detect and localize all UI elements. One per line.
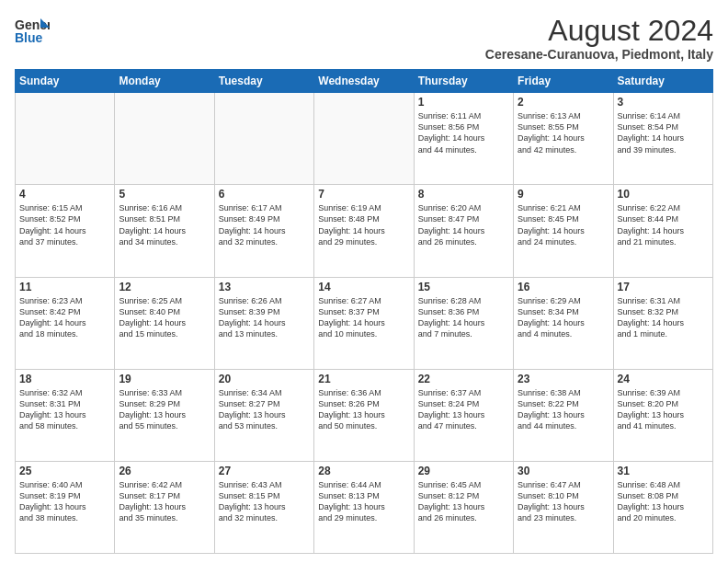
calendar-day-cell: 30Sunrise: 6:47 AM Sunset: 8:10 PM Dayli… xyxy=(514,461,613,553)
title-block: August 2024 Ceresane-Curanuova, Piedmont… xyxy=(485,15,713,62)
day-number: 16 xyxy=(518,281,609,293)
day-number: 26 xyxy=(119,465,210,477)
day-info: Sunrise: 6:39 AM Sunset: 8:20 PM Dayligh… xyxy=(618,387,709,432)
day-info: Sunrise: 6:44 AM Sunset: 8:13 PM Dayligh… xyxy=(318,479,409,524)
day-number: 4 xyxy=(19,188,110,201)
day-number: 13 xyxy=(219,281,310,293)
day-number: 31 xyxy=(618,465,709,477)
day-number: 27 xyxy=(219,465,310,477)
day-number: 6 xyxy=(219,188,310,201)
day-number: 14 xyxy=(318,281,409,293)
calendar-day-cell: 17Sunrise: 6:31 AM Sunset: 8:32 PM Dayli… xyxy=(613,277,712,369)
calendar-week-row: 11Sunrise: 6:23 AM Sunset: 8:42 PM Dayli… xyxy=(16,277,713,369)
calendar-day-cell: 19Sunrise: 6:33 AM Sunset: 8:29 PM Dayli… xyxy=(115,369,214,461)
calendar-day-header: Sunday xyxy=(16,70,115,93)
calendar-day-cell: 23Sunrise: 6:38 AM Sunset: 8:22 PM Dayli… xyxy=(514,369,613,461)
calendar-day-header: Wednesday xyxy=(314,70,414,93)
svg-text:Blue: Blue xyxy=(15,30,43,45)
day-number: 8 xyxy=(418,188,509,201)
day-info: Sunrise: 6:21 AM Sunset: 8:45 PM Dayligh… xyxy=(518,202,609,247)
day-info: Sunrise: 6:28 AM Sunset: 8:36 PM Dayligh… xyxy=(418,295,509,340)
calendar-day-header: Tuesday xyxy=(214,70,313,93)
calendar-day-cell: 13Sunrise: 6:26 AM Sunset: 8:39 PM Dayli… xyxy=(214,277,313,369)
calendar-day-cell: 11Sunrise: 6:23 AM Sunset: 8:42 PM Dayli… xyxy=(16,277,115,369)
header: GeneralBlue August 2024 Ceresane-Curanuo… xyxy=(15,15,713,62)
day-info: Sunrise: 6:13 AM Sunset: 8:55 PM Dayligh… xyxy=(518,110,609,155)
calendar-day-cell: 21Sunrise: 6:36 AM Sunset: 8:26 PM Dayli… xyxy=(314,369,414,461)
calendar-day-cell: 16Sunrise: 6:29 AM Sunset: 8:34 PM Dayli… xyxy=(514,277,613,369)
day-info: Sunrise: 6:25 AM Sunset: 8:40 PM Dayligh… xyxy=(119,295,210,340)
main-title: August 2024 xyxy=(485,15,713,47)
day-number: 28 xyxy=(318,465,409,477)
day-info: Sunrise: 6:40 AM Sunset: 8:19 PM Dayligh… xyxy=(19,479,110,524)
day-info: Sunrise: 6:14 AM Sunset: 8:54 PM Dayligh… xyxy=(618,110,709,155)
calendar-day-cell: 14Sunrise: 6:27 AM Sunset: 8:37 PM Dayli… xyxy=(314,277,414,369)
calendar-day-cell: 22Sunrise: 6:37 AM Sunset: 8:24 PM Dayli… xyxy=(414,369,513,461)
day-info: Sunrise: 6:37 AM Sunset: 8:24 PM Dayligh… xyxy=(418,387,509,432)
day-number: 24 xyxy=(618,373,709,385)
day-info: Sunrise: 6:15 AM Sunset: 8:52 PM Dayligh… xyxy=(19,202,110,247)
day-info: Sunrise: 6:43 AM Sunset: 8:15 PM Dayligh… xyxy=(219,479,310,524)
day-info: Sunrise: 6:20 AM Sunset: 8:47 PM Dayligh… xyxy=(418,202,509,247)
calendar-week-row: 25Sunrise: 6:40 AM Sunset: 8:19 PM Dayli… xyxy=(16,461,713,553)
calendar-day-cell: 1Sunrise: 6:11 AM Sunset: 8:56 PM Daylig… xyxy=(414,93,513,185)
calendar-week-row: 18Sunrise: 6:32 AM Sunset: 8:31 PM Dayli… xyxy=(16,369,713,461)
day-info: Sunrise: 6:16 AM Sunset: 8:51 PM Dayligh… xyxy=(119,202,210,247)
calendar-week-row: 4Sunrise: 6:15 AM Sunset: 8:52 PM Daylig… xyxy=(16,185,713,277)
day-number: 7 xyxy=(318,188,409,201)
day-number: 12 xyxy=(119,281,210,293)
calendar-day-cell: 4Sunrise: 6:15 AM Sunset: 8:52 PM Daylig… xyxy=(16,185,115,277)
day-number: 17 xyxy=(618,281,709,293)
day-number: 18 xyxy=(19,373,110,385)
calendar-day-cell: 29Sunrise: 6:45 AM Sunset: 8:12 PM Dayli… xyxy=(414,461,513,553)
day-number: 15 xyxy=(418,281,509,293)
calendar-day-header: Friday xyxy=(514,70,613,93)
day-info: Sunrise: 6:34 AM Sunset: 8:27 PM Dayligh… xyxy=(219,387,310,432)
day-info: Sunrise: 6:19 AM Sunset: 8:48 PM Dayligh… xyxy=(318,202,409,247)
day-number: 5 xyxy=(119,188,210,201)
calendar-week-row: 1Sunrise: 6:11 AM Sunset: 8:56 PM Daylig… xyxy=(16,93,713,185)
day-info: Sunrise: 6:33 AM Sunset: 8:29 PM Dayligh… xyxy=(119,387,210,432)
day-info: Sunrise: 6:23 AM Sunset: 8:42 PM Dayligh… xyxy=(19,295,110,340)
logo: GeneralBlue xyxy=(15,15,50,50)
day-number: 29 xyxy=(418,465,509,477)
day-number: 20 xyxy=(219,373,310,385)
day-info: Sunrise: 6:38 AM Sunset: 8:22 PM Dayligh… xyxy=(518,387,609,432)
day-info: Sunrise: 6:42 AM Sunset: 8:17 PM Dayligh… xyxy=(119,479,210,524)
day-info: Sunrise: 6:36 AM Sunset: 8:26 PM Dayligh… xyxy=(318,387,409,432)
day-info: Sunrise: 6:26 AM Sunset: 8:39 PM Dayligh… xyxy=(219,295,310,340)
calendar-header-row: SundayMondayTuesdayWednesdayThursdayFrid… xyxy=(16,70,713,93)
day-number: 3 xyxy=(618,96,709,109)
calendar-day-cell: 24Sunrise: 6:39 AM Sunset: 8:20 PM Dayli… xyxy=(613,369,712,461)
calendar-day-header: Monday xyxy=(115,70,214,93)
day-number: 25 xyxy=(19,465,110,477)
calendar-day-cell: 20Sunrise: 6:34 AM Sunset: 8:27 PM Dayli… xyxy=(214,369,313,461)
calendar-day-cell: 25Sunrise: 6:40 AM Sunset: 8:19 PM Dayli… xyxy=(16,461,115,553)
day-info: Sunrise: 6:48 AM Sunset: 8:08 PM Dayligh… xyxy=(618,479,709,524)
calendar-day-header: Thursday xyxy=(414,70,513,93)
day-info: Sunrise: 6:17 AM Sunset: 8:49 PM Dayligh… xyxy=(219,202,310,247)
calendar-day-cell: 28Sunrise: 6:44 AM Sunset: 8:13 PM Dayli… xyxy=(314,461,414,553)
calendar-day-cell xyxy=(314,93,414,185)
calendar-day-cell: 7Sunrise: 6:19 AM Sunset: 8:48 PM Daylig… xyxy=(314,185,414,277)
calendar-day-cell: 9Sunrise: 6:21 AM Sunset: 8:45 PM Daylig… xyxy=(514,185,613,277)
calendar-day-cell: 5Sunrise: 6:16 AM Sunset: 8:51 PM Daylig… xyxy=(115,185,214,277)
day-info: Sunrise: 6:22 AM Sunset: 8:44 PM Dayligh… xyxy=(618,202,709,247)
subtitle: Ceresane-Curanuova, Piedmont, Italy xyxy=(485,47,713,62)
day-number: 30 xyxy=(518,465,609,477)
calendar-day-cell: 2Sunrise: 6:13 AM Sunset: 8:55 PM Daylig… xyxy=(514,93,613,185)
day-number: 2 xyxy=(518,96,609,109)
calendar-day-cell: 31Sunrise: 6:48 AM Sunset: 8:08 PM Dayli… xyxy=(613,461,712,553)
day-info: Sunrise: 6:47 AM Sunset: 8:10 PM Dayligh… xyxy=(518,479,609,524)
day-number: 22 xyxy=(418,373,509,385)
day-number: 19 xyxy=(119,373,210,385)
calendar-table: SundayMondayTuesdayWednesdayThursdayFrid… xyxy=(15,69,713,554)
day-number: 21 xyxy=(318,373,409,385)
calendar-day-cell xyxy=(214,93,313,185)
page: GeneralBlue August 2024 Ceresane-Curanuo… xyxy=(0,0,728,563)
calendar-day-cell: 3Sunrise: 6:14 AM Sunset: 8:54 PM Daylig… xyxy=(613,93,712,185)
calendar-day-header: Saturday xyxy=(613,70,712,93)
day-info: Sunrise: 6:29 AM Sunset: 8:34 PM Dayligh… xyxy=(518,295,609,340)
logo-svg: GeneralBlue xyxy=(15,15,50,50)
calendar-day-cell: 15Sunrise: 6:28 AM Sunset: 8:36 PM Dayli… xyxy=(414,277,513,369)
